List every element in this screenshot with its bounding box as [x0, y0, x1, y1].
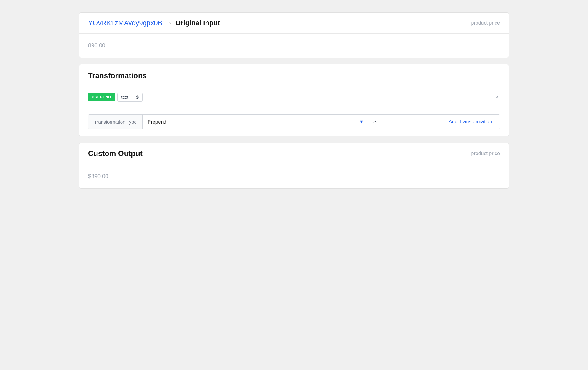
transformation-value-input[interactable] — [368, 115, 441, 129]
arrow-icon: → — [165, 19, 172, 27]
original-input-card: YOvRK1zMAvdy9gpx0B → Original Input prod… — [79, 12, 509, 58]
remove-transformation-button[interactable]: × — [494, 93, 500, 102]
transformation-type-label: Transformation Type — [88, 115, 143, 129]
tag-value-pill: $ — [132, 93, 142, 101]
existing-transformation-row: PREPEND text $ × — [79, 87, 509, 107]
transformations-card: Transformations PREPEND text $ × Transfo… — [79, 64, 509, 136]
custom-output-meta: product price — [471, 151, 500, 156]
custom-output-header: Custom Output product price — [79, 143, 509, 164]
custom-output-card: Custom Output product price $890.00 — [79, 143, 509, 189]
original-value: 890.00 — [88, 42, 105, 49]
custom-output-body: $890.00 — [79, 164, 509, 188]
custom-output-title: Custom Output — [88, 149, 143, 158]
original-input-header: YOvRK1zMAvdy9gpx0B → Original Input prod… — [79, 13, 509, 34]
transformations-title: Transformations — [88, 71, 500, 80]
transformation-tags: PREPEND text $ — [88, 93, 143, 102]
prepend-badge: PREPEND — [88, 93, 115, 101]
transformation-controls: Transformation Type Prepend Append Repla… — [88, 114, 500, 129]
tag-text-pill: text — [118, 93, 132, 101]
transformations-header: Transformations — [79, 64, 509, 87]
custom-output-value: $890.00 — [88, 173, 108, 179]
input-link[interactable]: YOvRK1zMAvdy9gpx0B — [88, 19, 162, 27]
add-transformation-form: Transformation Type Prepend Append Repla… — [79, 107, 509, 136]
transformation-type-select[interactable]: Prepend Append Replace Regex — [143, 115, 368, 129]
add-transformation-button[interactable]: Add Transformation — [441, 115, 500, 129]
original-input-label: Original Input — [175, 19, 220, 27]
header-title: YOvRK1zMAvdy9gpx0B → Original Input — [88, 19, 220, 27]
original-input-meta: product price — [471, 20, 500, 26]
tag-pill-group: text $ — [117, 93, 143, 102]
transformation-select-wrapper: Prepend Append Replace Regex ▼ — [143, 115, 369, 129]
page-container: YOvRK1zMAvdy9gpx0B → Original Input prod… — [79, 12, 509, 189]
original-input-body: 890.00 — [79, 34, 509, 58]
